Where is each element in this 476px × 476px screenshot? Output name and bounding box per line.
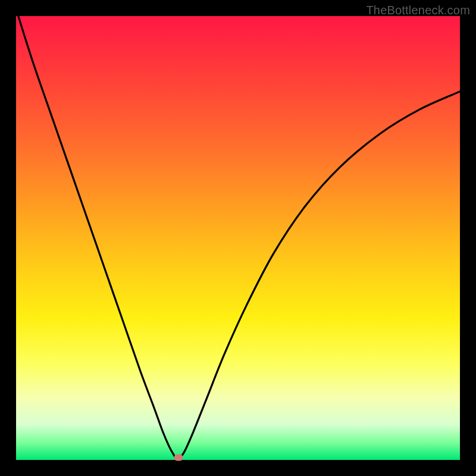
plot-area <box>16 16 460 460</box>
bottleneck-curve <box>16 16 460 460</box>
chart-frame: TheBottleneck.com <box>0 0 476 476</box>
watermark-text: TheBottleneck.com <box>366 4 470 17</box>
minimum-marker-dot <box>174 454 183 461</box>
